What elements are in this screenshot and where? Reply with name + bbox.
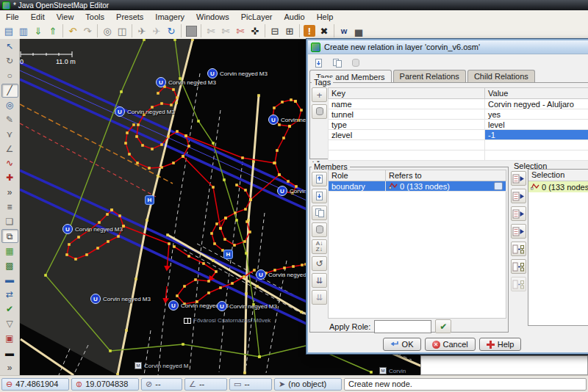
tag-key-cell[interactable]: zlevel xyxy=(329,130,485,140)
sort-members-button[interactable]: A↓Z↓ xyxy=(312,239,327,254)
delete-member-button[interactable] xyxy=(312,222,327,237)
wireframe-button[interactable]: ✈ xyxy=(135,23,149,38)
tag-empty-row[interactable] xyxy=(329,150,588,161)
add-tag-button[interactable]: + xyxy=(312,87,327,102)
split-tool[interactable]: ⋎ xyxy=(1,127,18,141)
apply-tags-button[interactable] xyxy=(311,56,326,70)
lasso-tool[interactable]: ○ xyxy=(1,69,18,83)
histogram-button[interactable]: ▅ xyxy=(351,23,366,38)
menu-edit[interactable]: Edit xyxy=(25,12,51,22)
angle-indicator[interactable]: ∠-- xyxy=(184,378,227,391)
metro-station-marker[interactable]: UCorvin negyed M3 xyxy=(90,294,151,304)
menu-view[interactable]: View xyxy=(51,12,80,22)
metro-station-marker[interactable]: UCorvin negyed M3 xyxy=(62,224,123,234)
tag-value-cell[interactable]: yes xyxy=(485,109,588,120)
imagery-adjust-toggle[interactable]: ▩ xyxy=(1,258,18,272)
tag-row[interactable]: zlevel-1 xyxy=(329,130,588,140)
tag-row[interactable]: tunnelyes xyxy=(329,109,588,120)
preferences-button[interactable]: ◎ xyxy=(100,23,115,38)
validator-toggle[interactable]: ✔ xyxy=(1,302,18,316)
members-table[interactable]: RoleRefers to boundary0 (133 nodes) xyxy=(328,170,506,192)
tag-value-cell[interactable]: -1 xyxy=(485,130,588,140)
distance-indicator[interactable]: ▭-- xyxy=(229,378,272,391)
help-button[interactable]: Help xyxy=(479,338,522,351)
menu-help[interactable]: Help xyxy=(311,12,340,22)
more-tools[interactable]: » xyxy=(1,186,18,200)
longitude-indicator[interactable]: ⊖19.0704838 xyxy=(71,378,139,391)
h-marker[interactable]: H xyxy=(223,250,233,259)
tag-value-cell[interactable]: Corvin negyed - Aluljaro xyxy=(485,99,588,109)
metro-station-marker[interactable]: UCorvin negyed M3 xyxy=(217,301,277,311)
tab-parent-relations[interactable]: Parent Relations xyxy=(393,70,466,82)
improve-accuracy-tool[interactable]: ✎ xyxy=(1,112,18,126)
pan-button[interactable]: ✜ xyxy=(248,23,262,38)
redo-button[interactable]: ↷ xyxy=(80,23,95,38)
imagery-placeholder-button[interactable] xyxy=(184,23,198,38)
metro-station-marker[interactable]: UCorvin negyed M3 xyxy=(207,68,268,79)
download-data-button[interactable]: ⇓ xyxy=(31,23,46,38)
menu-tools[interactable]: Tools xyxy=(79,12,110,22)
member-row[interactable]: boundary0 (133 nodes) xyxy=(329,181,506,192)
open-file-button[interactable]: ▤ xyxy=(1,23,16,38)
purge-toggle[interactable]: ▣ xyxy=(1,332,18,346)
delete-disabled-button[interactable] xyxy=(348,56,363,70)
upload-data-button[interactable]: ⇑ xyxy=(46,23,60,38)
metro-station-marker[interactable]: UCorvin negyed M3 xyxy=(156,77,216,87)
latitude-indicator[interactable]: ⊖47.4861904 xyxy=(1,378,69,391)
tag-key-cell[interactable]: type xyxy=(329,120,485,130)
object-indicator[interactable]: ➤(no object) xyxy=(274,378,342,391)
follow-line-tool[interactable]: ∿ xyxy=(1,156,18,170)
h-marker[interactable]: H xyxy=(145,195,154,205)
toggle-dialogs-button[interactable]: ◫ xyxy=(115,23,129,38)
tag-empty-row[interactable] xyxy=(329,140,588,150)
tag-row[interactable]: typelevel xyxy=(329,120,588,130)
add-selection-after-button[interactable] xyxy=(511,206,526,221)
angle-tool[interactable]: ∠ xyxy=(1,142,18,156)
close-tool-button[interactable]: ✖ xyxy=(317,23,331,38)
unglue-button[interactable]: ✄ xyxy=(204,23,218,38)
tab-child-relations[interactable]: Child Relations xyxy=(467,70,535,82)
download-incomplete-button[interactable]: ⇊ xyxy=(312,290,327,305)
tag-row[interactable]: nameCorvin negyed - Aluljaro xyxy=(329,99,588,109)
refresh-button[interactable]: ↻ xyxy=(164,23,179,38)
metro-station-marker[interactable]: UCorvin negyed M3 xyxy=(115,106,175,117)
tags-panel-toggle[interactable]: ❏ xyxy=(1,215,18,229)
apply-role-confirm-button[interactable]: ✔ xyxy=(435,319,451,333)
tag-key-cell[interactable]: tunnel xyxy=(329,109,485,120)
tag-value-cell[interactable]: level xyxy=(485,120,588,130)
add-node-tool[interactable]: ✚ xyxy=(1,171,18,185)
transit-map-button[interactable]: ⊞ xyxy=(282,23,297,38)
selection-list[interactable]: Selection 0 (133 nodes) xyxy=(528,169,588,326)
menu-file[interactable]: File xyxy=(0,12,25,22)
reverse-order-button[interactable]: ↺ xyxy=(312,256,327,271)
menu-piclayer[interactable]: PicLayer xyxy=(235,12,279,22)
delete-tool-button[interactable]: ✄ xyxy=(233,23,248,38)
filter-toggle[interactable]: ▽ xyxy=(1,317,18,331)
draw-line-tool[interactable]: ╱ xyxy=(1,84,18,98)
download-members-button[interactable]: ⇊ xyxy=(312,273,327,288)
split-way-button[interactable]: ✄ xyxy=(218,23,233,38)
minimap-toggle[interactable]: ▬ xyxy=(1,273,18,287)
copy-member-button[interactable] xyxy=(312,206,327,220)
add-disabled-button[interactable] xyxy=(511,277,526,291)
move-up-button[interactable] xyxy=(312,172,327,186)
layers-panel-toggle[interactable]: ≡ xyxy=(1,200,18,214)
save-button[interactable]: ▥ xyxy=(16,23,31,38)
warning-button[interactable]: ! xyxy=(304,25,315,37)
add-selection-at-end-button[interactable] xyxy=(511,224,526,239)
measure-toggle[interactable]: ▬ xyxy=(1,346,18,360)
tags-table[interactable]: KeyValue nameCorvin negyed - Aluljarotun… xyxy=(328,87,588,161)
select-tool[interactable]: ↖ xyxy=(1,40,18,54)
mirror-toggle[interactable]: ⇄ xyxy=(1,288,18,302)
heading-indicator[interactable]: ⊘-- xyxy=(141,378,182,391)
add-at-node-start-button[interactable] xyxy=(511,242,526,256)
add-selection-before-button[interactable] xyxy=(511,189,526,203)
dialog-titlebar[interactable]: Create new relation in layer 'corvin_v6.… xyxy=(308,40,588,54)
paste-tags-button[interactable] xyxy=(329,56,345,70)
member-role-cell[interactable]: boundary xyxy=(329,181,386,192)
ok-button[interactable]: OK xyxy=(383,338,421,351)
move-down-button[interactable] xyxy=(312,189,327,203)
menu-presets[interactable]: Presets xyxy=(110,12,149,22)
menu-windows[interactable]: Windows xyxy=(190,12,235,22)
zoom-tool[interactable]: ◎ xyxy=(1,98,18,112)
